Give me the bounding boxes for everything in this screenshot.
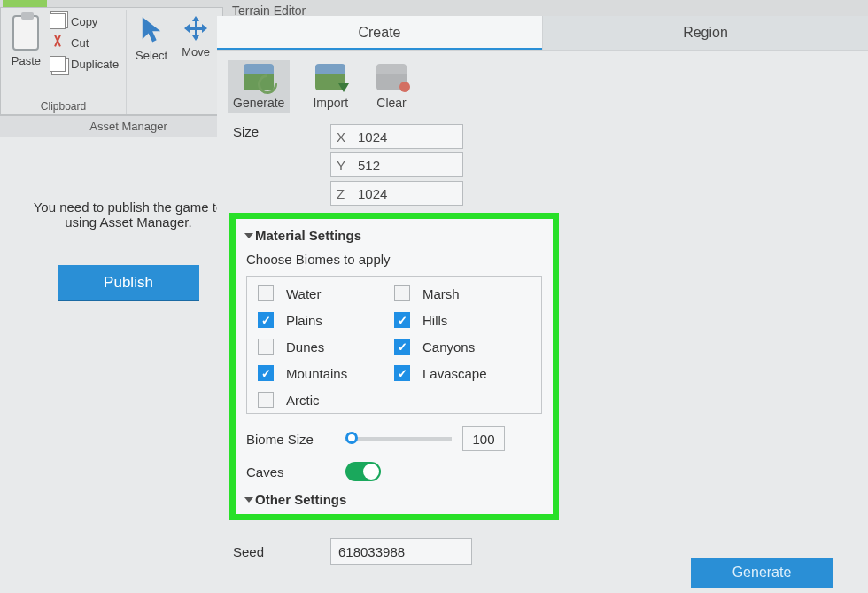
tool-row: Generate Import Clear bbox=[217, 51, 868, 119]
checkbox-icon bbox=[394, 365, 410, 381]
cursor-icon bbox=[139, 15, 164, 45]
import-label: Import bbox=[313, 96, 348, 110]
clipboard-group-label: Clipboard bbox=[41, 100, 86, 113]
checkbox-icon bbox=[258, 312, 274, 328]
ribbon: Paste Copy Cut Duplicate Clipboard bbox=[0, 7, 223, 115]
select-button[interactable]: Select bbox=[132, 13, 171, 64]
material-title: Material Settings bbox=[255, 228, 361, 243]
biome-label: Lavascape bbox=[422, 366, 487, 381]
clear-icon bbox=[376, 64, 407, 90]
biome-size-slider[interactable] bbox=[345, 437, 452, 441]
clipboard-icon bbox=[12, 15, 39, 51]
move-icon bbox=[182, 15, 209, 42]
biome-marsh[interactable]: Marsh bbox=[394, 285, 531, 301]
seed-label: Seed bbox=[233, 544, 330, 559]
biome-label: Hills bbox=[422, 313, 447, 328]
cut-icon bbox=[50, 35, 66, 51]
biome-label: Dunes bbox=[286, 339, 324, 355]
cut-button[interactable]: Cut bbox=[50, 35, 119, 51]
editor-tabs: Create Region bbox=[217, 16, 868, 51]
biome-label: Canyons bbox=[422, 339, 475, 355]
size-x-value: 1024 bbox=[358, 129, 387, 144]
biome-mountains[interactable]: Mountains bbox=[258, 365, 394, 381]
generate-button[interactable]: Generate bbox=[691, 558, 833, 588]
tab-region-label: Region bbox=[683, 25, 728, 41]
clear-tool[interactable]: Clear bbox=[371, 60, 412, 113]
caves-toggle[interactable] bbox=[345, 462, 381, 481]
biome-lavascape[interactable]: Lavascape bbox=[394, 365, 531, 381]
import-tool[interactable]: Import bbox=[307, 60, 353, 113]
biome-label: Arctic bbox=[286, 393, 320, 408]
seed-input[interactable]: 618033988 bbox=[330, 538, 472, 565]
caves-label: Caves bbox=[246, 464, 335, 480]
publish-label: Publish bbox=[104, 274, 153, 292]
biome-canyons[interactable]: Canyons bbox=[394, 339, 531, 355]
paste-label: Paste bbox=[12, 54, 41, 67]
size-y-input[interactable]: Y 512 bbox=[330, 152, 463, 177]
biome-hills[interactable]: Hills bbox=[394, 312, 531, 328]
seed-value: 618033988 bbox=[338, 544, 405, 559]
checkbox-icon bbox=[258, 392, 274, 408]
generate-button-label: Generate bbox=[732, 565, 792, 581]
import-icon bbox=[315, 64, 345, 90]
collapse-icon[interactable] bbox=[244, 497, 253, 503]
tab-region[interactable]: Region bbox=[543, 16, 868, 50]
checkbox-icon bbox=[394, 339, 410, 355]
size-z-value: 1024 bbox=[358, 186, 387, 201]
select-label: Select bbox=[136, 49, 167, 62]
biome-dunes[interactable]: Dunes bbox=[258, 339, 394, 355]
other-settings-title: Other Settings bbox=[255, 492, 346, 507]
biome-size-value-text: 100 bbox=[472, 432, 494, 447]
checkbox-icon bbox=[394, 285, 410, 301]
material-settings-section: Material Settings Choose Biomes to apply… bbox=[229, 213, 559, 520]
clear-label: Clear bbox=[376, 96, 406, 110]
size-label: Size bbox=[233, 124, 330, 139]
generate-label: Generate bbox=[233, 96, 284, 110]
copy-label: Copy bbox=[71, 15, 97, 28]
checkbox-icon bbox=[258, 365, 274, 381]
size-y-value: 512 bbox=[358, 158, 380, 173]
cut-label: Cut bbox=[71, 36, 89, 50]
move-button[interactable]: Move bbox=[178, 13, 213, 60]
size-z-input[interactable]: Z 1024 bbox=[330, 181, 463, 206]
quick-access-toolbar[interactable] bbox=[3, 0, 47, 7]
checkbox-icon bbox=[258, 285, 274, 301]
paste-button[interactable]: Paste bbox=[8, 13, 44, 69]
tab-create-label: Create bbox=[358, 25, 400, 41]
biomes-box: WaterMarshPlainsHillsDunesCanyonsMountai… bbox=[246, 276, 542, 414]
asset-manager-line1: You need to publish the game to bbox=[12, 199, 244, 215]
publish-button[interactable]: Publish bbox=[58, 265, 199, 300]
checkbox-icon bbox=[394, 312, 410, 328]
duplicate-icon bbox=[50, 56, 66, 72]
biome-label: Marsh bbox=[422, 286, 460, 301]
choose-biomes-label: Choose Biomes to apply bbox=[246, 252, 542, 267]
biome-size-value[interactable]: 100 bbox=[462, 426, 505, 451]
biome-plains[interactable]: Plains bbox=[258, 312, 394, 328]
biome-label: Mountains bbox=[286, 366, 347, 381]
biome-arctic[interactable]: Arctic bbox=[258, 392, 394, 408]
axis-x: X bbox=[337, 129, 358, 144]
axis-z: Z bbox=[337, 186, 358, 201]
duplicate-label: Duplicate bbox=[71, 58, 119, 71]
generate-icon bbox=[244, 64, 274, 90]
generate-tool[interactable]: Generate bbox=[228, 60, 290, 113]
tab-create[interactable]: Create bbox=[217, 16, 543, 50]
move-label: Move bbox=[182, 45, 210, 59]
axis-y: Y bbox=[337, 158, 358, 173]
biome-label: Water bbox=[286, 286, 321, 301]
duplicate-button[interactable]: Duplicate bbox=[50, 56, 119, 72]
copy-button[interactable]: Copy bbox=[50, 13, 119, 29]
copy-icon bbox=[50, 13, 66, 29]
biome-label: Plains bbox=[286, 313, 322, 328]
biome-size-label: Biome Size bbox=[246, 432, 335, 447]
biome-water[interactable]: Water bbox=[258, 285, 394, 301]
terrain-editor-panel: Create Region Generate Import Clear Size… bbox=[217, 16, 868, 593]
checkbox-icon bbox=[258, 339, 274, 355]
size-x-input[interactable]: X 1024 bbox=[330, 124, 463, 149]
collapse-icon[interactable] bbox=[244, 233, 253, 238]
asset-manager-line2: using Asset Manager. bbox=[12, 215, 244, 230]
slider-thumb-icon bbox=[345, 432, 358, 444]
